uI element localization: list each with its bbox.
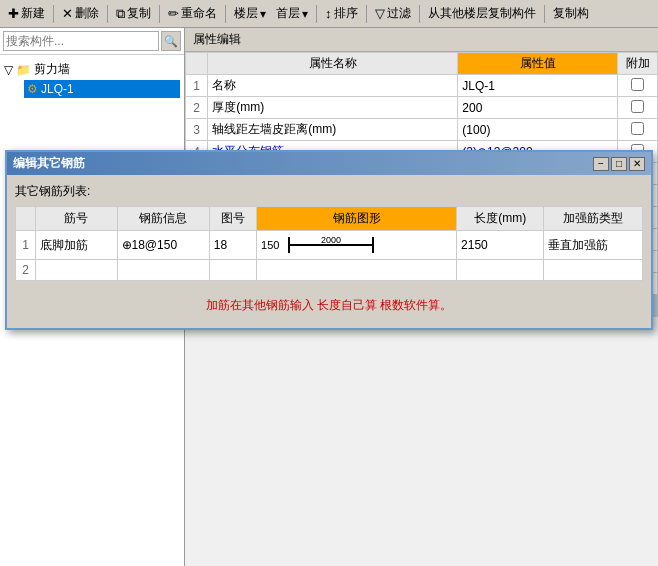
search-icon: 🔍: [164, 35, 178, 48]
attr-row[interactable]: 2厚度(mm)200: [186, 97, 658, 119]
sep5: [316, 5, 317, 23]
chevron-down-icon2: ▾: [302, 7, 308, 21]
sep4: [225, 5, 226, 23]
attr-row-name: 厚度(mm): [208, 97, 458, 119]
rebar-row-type[interactable]: [544, 260, 643, 281]
dialog-body: 其它钢筋列表: 筋号 钢筋信息 图号 钢筋图形 长度(mm) 加强筋类型 1底脚…: [7, 175, 651, 328]
col-extra-header: 附加: [618, 53, 658, 75]
delete-icon: ✕: [62, 6, 73, 21]
rebar-row-tuhao[interactable]: [209, 260, 256, 281]
note-text: 加筋在其他钢筋输入 长度自己算 根数软件算。: [15, 291, 643, 320]
panel-title: 属性编辑: [185, 28, 658, 52]
attr-row-name: 轴线距左墙皮距离(mm): [208, 119, 458, 141]
dialog-section-label: 其它钢筋列表:: [15, 183, 643, 200]
tree-children: ⚙ JLQ-1: [24, 80, 180, 98]
sep7: [419, 5, 420, 23]
tree-root-label: 剪力墙: [34, 61, 70, 78]
rename-button[interactable]: ✏ 重命名: [164, 3, 221, 24]
rebar-row-jinhao[interactable]: 底脚加筋: [36, 231, 118, 260]
close-button[interactable]: ✕: [629, 157, 645, 171]
rebar-col-type: 加强筋类型: [544, 207, 643, 231]
sep2: [107, 5, 108, 23]
col-name-header: 属性名称: [208, 53, 458, 75]
search-bar: 🔍: [0, 28, 184, 55]
attr-row-num: 3: [186, 119, 208, 141]
rebar-table: 筋号 钢筋信息 图号 钢筋图形 长度(mm) 加强筋类型 1底脚加筋⊕18@15…: [15, 206, 643, 281]
rebar-col-jinhao: 筋号: [36, 207, 118, 231]
col-value-header: 属性值: [458, 53, 618, 75]
sep8: [544, 5, 545, 23]
attr-row-value[interactable]: (100): [458, 119, 618, 141]
tree-root[interactable]: ▽ 📁 剪力墙: [4, 59, 180, 80]
toolbar: ✚ 新建 ✕ 删除 ⧉ 复制 ✏ 重命名 楼层 ▾ 首层 ▾ ↕ 排序 ▽ 过滤…: [0, 0, 658, 28]
copy-button[interactable]: ⧉ 复制: [112, 3, 155, 24]
dialog-title: 编辑其它钢筋: [13, 155, 85, 172]
rebar-row-length[interactable]: 2150: [457, 231, 544, 260]
rebar-row-type[interactable]: 垂直加强筋: [544, 231, 643, 260]
search-input[interactable]: [3, 31, 159, 51]
attr-row-num: 1: [186, 75, 208, 97]
folder-icon: 📁: [16, 63, 31, 77]
collapse-icon: ▽: [4, 63, 13, 77]
copy-from-floor-button[interactable]: 从其他楼层复制构件: [424, 3, 540, 24]
minimize-button[interactable]: −: [593, 157, 609, 171]
rebar-col-shape: 钢筋图形: [257, 207, 457, 231]
dialog-titlebar: 编辑其它钢筋 − □ ✕: [7, 152, 651, 175]
rebar-row[interactable]: 2: [16, 260, 643, 281]
attr-row-extra[interactable]: [618, 75, 658, 97]
new-icon: ✚: [8, 6, 19, 21]
rebar-table-header: 筋号 钢筋信息 图号 钢筋图形 长度(mm) 加强筋类型: [16, 207, 643, 231]
dialog-overlay: 编辑其它钢筋 − □ ✕ 其它钢筋列表: 筋号 钢筋信息 图号 钢筋图形 长度(…: [5, 150, 653, 330]
attr-row-value[interactable]: JLQ-1: [458, 75, 618, 97]
rebar-row-length[interactable]: [457, 260, 544, 281]
floor-value[interactable]: 首层 ▾: [272, 3, 312, 24]
rebar-tbody: 1底脚加筋⊕18@1501815020002150垂直加强筋2: [16, 231, 643, 281]
attr-row-num: 2: [186, 97, 208, 119]
copy-icon: ⧉: [116, 6, 125, 22]
col-num-header: [186, 53, 208, 75]
svg-text:2000: 2000: [321, 235, 341, 245]
rebar-row-tuhao[interactable]: 18: [209, 231, 256, 260]
attr-row-name: 名称: [208, 75, 458, 97]
attr-table-header: 属性名称 属性值 附加: [186, 53, 658, 75]
filter-icon: ▽: [375, 6, 385, 21]
shape-left-dim: 150: [261, 239, 279, 251]
attr-row-value[interactable]: 200: [458, 97, 618, 119]
rebar-row-num: 2: [16, 260, 36, 281]
tree-item-jlq1[interactable]: ⚙ JLQ-1: [24, 80, 180, 98]
tree-item-icon: ⚙: [27, 82, 38, 96]
rebar-col-tuhao: 图号: [209, 207, 256, 231]
filter-button[interactable]: ▽ 过滤: [371, 3, 415, 24]
attr-row-extra[interactable]: [618, 97, 658, 119]
floor-dropdown[interactable]: 楼层 ▾: [230, 3, 270, 24]
rebar-row-shape[interactable]: 1502000: [257, 231, 457, 260]
rename-icon: ✏: [168, 6, 179, 21]
delete-button[interactable]: ✕ 删除: [58, 3, 103, 24]
sep3: [159, 5, 160, 23]
rebar-col-length: 长度(mm): [457, 207, 544, 231]
new-button[interactable]: ✚ 新建: [4, 3, 49, 24]
sep1: [53, 5, 54, 23]
chevron-down-icon: ▾: [260, 7, 266, 21]
sort-button[interactable]: ↕ 排序: [321, 3, 362, 24]
search-button[interactable]: 🔍: [161, 31, 181, 51]
sort-icon: ↕: [325, 6, 332, 21]
dialog-controls: − □ ✕: [593, 157, 645, 171]
rebar-shape-svg: 2000: [281, 233, 381, 257]
rebar-row-info[interactable]: [117, 260, 209, 281]
maximize-button[interactable]: □: [611, 157, 627, 171]
tree-item-label: JLQ-1: [41, 82, 74, 96]
rebar-col-num: [16, 207, 36, 231]
rebar-col-info: 钢筋信息: [117, 207, 209, 231]
attr-row-extra[interactable]: [618, 119, 658, 141]
rebar-row-jinhao[interactable]: [36, 260, 118, 281]
sep6: [366, 5, 367, 23]
rebar-row[interactable]: 1底脚加筋⊕18@1501815020002150垂直加强筋: [16, 231, 643, 260]
attr-row[interactable]: 3轴线距左墙皮距离(mm)(100): [186, 119, 658, 141]
copy-struct-button[interactable]: 复制构: [549, 3, 593, 24]
attr-row[interactable]: 1名称JLQ-1: [186, 75, 658, 97]
rebar-row-shape[interactable]: [257, 260, 457, 281]
rebar-row-num: 1: [16, 231, 36, 260]
rebar-row-info[interactable]: ⊕18@150: [117, 231, 209, 260]
